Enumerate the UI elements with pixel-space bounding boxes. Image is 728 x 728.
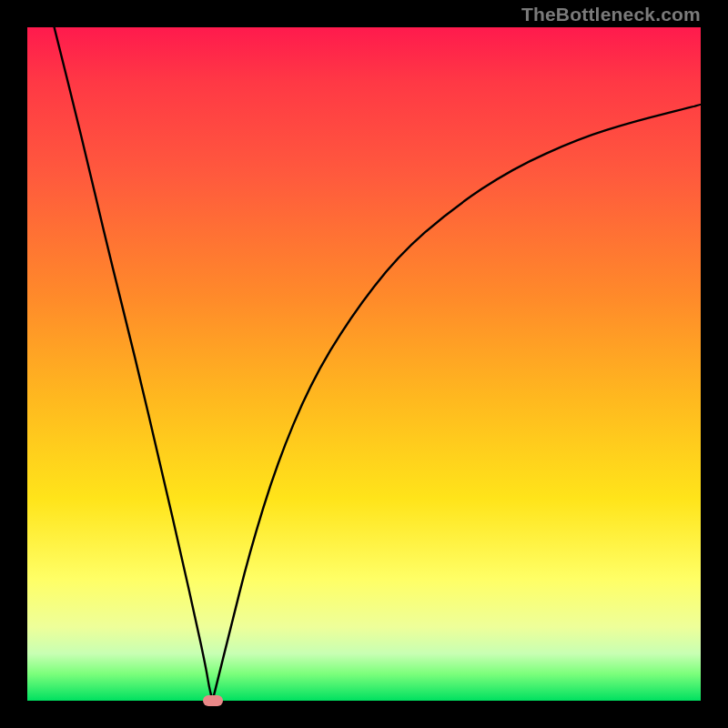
watermark-text: TheBottleneck.com [521,4,701,25]
chart-frame: TheBottleneck.com [0,0,728,728]
curve-svg [27,27,701,701]
plot-area [27,27,701,701]
bottleneck-curve-path [55,27,701,697]
optimal-marker [203,695,223,706]
